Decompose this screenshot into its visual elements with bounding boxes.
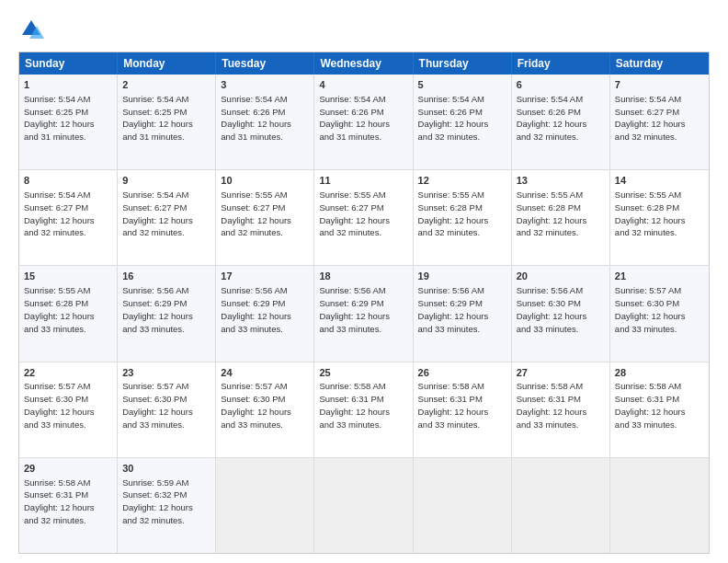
day-number: 10 xyxy=(221,174,309,188)
day-info: Sunrise: 5:58 AMSunset: 6:31 PMDaylight:… xyxy=(24,477,95,525)
day-cell-28: 28 Sunrise: 5:58 AMSunset: 6:31 PMDaylig… xyxy=(610,362,709,457)
day-info: Sunrise: 5:56 AMSunset: 6:29 PMDaylight:… xyxy=(221,285,291,333)
day-number: 23 xyxy=(122,366,210,380)
day-info: Sunrise: 5:59 AMSunset: 6:32 PMDaylight:… xyxy=(122,477,193,525)
day-info: Sunrise: 5:55 AMSunset: 6:27 PMDaylight:… xyxy=(221,190,291,237)
day-info: Sunrise: 5:54 AMSunset: 6:26 PMDaylight:… xyxy=(418,94,489,142)
day-info: Sunrise: 5:58 AMSunset: 6:31 PMDaylight:… xyxy=(418,381,489,429)
calendar-row-2: 8 Sunrise: 5:54 AMSunset: 6:27 PMDayligh… xyxy=(19,169,709,265)
calendar-row-3: 15 Sunrise: 5:55 AMSunset: 6:28 PMDaylig… xyxy=(19,265,709,361)
day-cell-21: 21 Sunrise: 5:57 AMSunset: 6:30 PMDaylig… xyxy=(610,266,709,361)
header-cell-tuesday: Tuesday xyxy=(216,52,314,75)
day-cell-22: 22 Sunrise: 5:57 AMSunset: 6:30 PMDaylig… xyxy=(19,362,118,457)
day-info: Sunrise: 5:57 AMSunset: 6:30 PMDaylight:… xyxy=(221,381,291,429)
day-number: 9 xyxy=(122,174,210,188)
day-number: 14 xyxy=(615,174,704,188)
calendar: SundayMondayTuesdayWednesdayThursdayFrid… xyxy=(18,52,710,554)
day-info: Sunrise: 5:54 AMSunset: 6:26 PMDaylight:… xyxy=(221,94,291,142)
day-number: 25 xyxy=(319,366,407,380)
day-number: 11 xyxy=(319,174,407,188)
day-cell-1: 1 Sunrise: 5:54 AMSunset: 6:25 PMDayligh… xyxy=(19,75,118,169)
day-info: Sunrise: 5:54 AMSunset: 6:25 PMDaylight:… xyxy=(122,94,193,142)
calendar-header: SundayMondayTuesdayWednesdayThursdayFrid… xyxy=(19,52,709,75)
day-number: 30 xyxy=(122,462,210,476)
logo xyxy=(18,17,48,42)
empty-cell xyxy=(216,458,314,553)
day-info: Sunrise: 5:54 AMSunset: 6:27 PMDaylight:… xyxy=(24,190,95,237)
day-cell-13: 13 Sunrise: 5:55 AMSunset: 6:28 PMDaylig… xyxy=(512,170,610,265)
day-cell-24: 24 Sunrise: 5:57 AMSunset: 6:30 PMDaylig… xyxy=(216,362,314,457)
day-info: Sunrise: 5:55 AMSunset: 6:28 PMDaylight:… xyxy=(418,190,489,237)
day-cell-6: 6 Sunrise: 5:54 AMSunset: 6:26 PMDayligh… xyxy=(512,75,610,169)
day-info: Sunrise: 5:55 AMSunset: 6:28 PMDaylight:… xyxy=(615,190,686,237)
day-info: Sunrise: 5:55 AMSunset: 6:27 PMDaylight:… xyxy=(319,190,390,237)
day-info: Sunrise: 5:56 AMSunset: 6:30 PMDaylight:… xyxy=(517,285,587,333)
day-cell-3: 3 Sunrise: 5:54 AMSunset: 6:26 PMDayligh… xyxy=(216,75,314,169)
day-number: 2 xyxy=(122,78,210,92)
empty-cell xyxy=(512,458,610,553)
day-number: 1 xyxy=(24,78,112,92)
page: SundayMondayTuesdayWednesdayThursdayFrid… xyxy=(0,0,728,563)
day-cell-26: 26 Sunrise: 5:58 AMSunset: 6:31 PMDaylig… xyxy=(414,362,512,457)
day-number: 13 xyxy=(517,174,605,188)
day-number: 15 xyxy=(24,270,112,283)
header-cell-thursday: Thursday xyxy=(414,52,512,75)
calendar-row-1: 1 Sunrise: 5:54 AMSunset: 6:25 PMDayligh… xyxy=(19,75,709,169)
header-cell-saturday: Saturday xyxy=(610,52,709,75)
day-cell-27: 27 Sunrise: 5:58 AMSunset: 6:31 PMDaylig… xyxy=(512,362,610,457)
day-cell-15: 15 Sunrise: 5:55 AMSunset: 6:28 PMDaylig… xyxy=(19,266,118,361)
day-info: Sunrise: 5:54 AMSunset: 6:26 PMDaylight:… xyxy=(319,94,390,142)
day-cell-20: 20 Sunrise: 5:56 AMSunset: 6:30 PMDaylig… xyxy=(512,266,610,361)
logo-icon xyxy=(18,17,44,42)
empty-cell xyxy=(414,458,512,553)
header-cell-sunday: Sunday xyxy=(19,52,118,75)
calendar-body: 1 Sunrise: 5:54 AMSunset: 6:25 PMDayligh… xyxy=(19,75,709,553)
calendar-row-5: 29 Sunrise: 5:58 AMSunset: 6:31 PMDaylig… xyxy=(19,457,709,553)
day-number: 22 xyxy=(24,366,112,380)
day-cell-29: 29 Sunrise: 5:58 AMSunset: 6:31 PMDaylig… xyxy=(19,458,118,553)
day-number: 3 xyxy=(221,78,309,92)
day-cell-12: 12 Sunrise: 5:55 AMSunset: 6:28 PMDaylig… xyxy=(414,170,512,265)
day-cell-23: 23 Sunrise: 5:57 AMSunset: 6:30 PMDaylig… xyxy=(118,362,216,457)
day-info: Sunrise: 5:57 AMSunset: 6:30 PMDaylight:… xyxy=(122,381,193,429)
day-number: 6 xyxy=(517,78,605,92)
day-info: Sunrise: 5:57 AMSunset: 6:30 PMDaylight:… xyxy=(24,381,95,429)
day-cell-16: 16 Sunrise: 5:56 AMSunset: 6:29 PMDaylig… xyxy=(118,266,216,361)
day-cell-2: 2 Sunrise: 5:54 AMSunset: 6:25 PMDayligh… xyxy=(118,75,216,169)
empty-cell xyxy=(314,458,413,553)
header-cell-wednesday: Wednesday xyxy=(314,52,413,75)
day-number: 29 xyxy=(24,462,112,476)
calendar-row-4: 22 Sunrise: 5:57 AMSunset: 6:30 PMDaylig… xyxy=(19,362,709,457)
day-number: 19 xyxy=(418,270,506,283)
day-cell-7: 7 Sunrise: 5:54 AMSunset: 6:27 PMDayligh… xyxy=(610,75,709,169)
day-cell-25: 25 Sunrise: 5:58 AMSunset: 6:31 PMDaylig… xyxy=(314,362,413,457)
day-number: 16 xyxy=(122,270,210,283)
day-number: 17 xyxy=(221,270,309,283)
day-info: Sunrise: 5:54 AMSunset: 6:27 PMDaylight:… xyxy=(122,190,193,237)
empty-cell xyxy=(610,458,709,553)
day-number: 7 xyxy=(615,78,704,92)
day-number: 26 xyxy=(418,366,506,380)
day-info: Sunrise: 5:58 AMSunset: 6:31 PMDaylight:… xyxy=(517,381,587,429)
day-number: 18 xyxy=(319,270,407,283)
day-info: Sunrise: 5:58 AMSunset: 6:31 PMDaylight:… xyxy=(319,381,390,429)
day-cell-18: 18 Sunrise: 5:56 AMSunset: 6:29 PMDaylig… xyxy=(314,266,413,361)
day-cell-10: 10 Sunrise: 5:55 AMSunset: 6:27 PMDaylig… xyxy=(216,170,314,265)
day-number: 5 xyxy=(418,78,506,92)
day-info: Sunrise: 5:56 AMSunset: 6:29 PMDaylight:… xyxy=(418,285,489,333)
day-info: Sunrise: 5:56 AMSunset: 6:29 PMDaylight:… xyxy=(319,285,390,333)
day-info: Sunrise: 5:55 AMSunset: 6:28 PMDaylight:… xyxy=(517,190,587,237)
header-cell-monday: Monday xyxy=(118,52,216,75)
day-cell-30: 30 Sunrise: 5:59 AMSunset: 6:32 PMDaylig… xyxy=(118,458,216,553)
day-cell-14: 14 Sunrise: 5:55 AMSunset: 6:28 PMDaylig… xyxy=(610,170,709,265)
day-info: Sunrise: 5:57 AMSunset: 6:30 PMDaylight:… xyxy=(615,285,686,333)
day-cell-4: 4 Sunrise: 5:54 AMSunset: 6:26 PMDayligh… xyxy=(314,75,413,169)
day-info: Sunrise: 5:54 AMSunset: 6:25 PMDaylight:… xyxy=(24,94,95,142)
day-info: Sunrise: 5:55 AMSunset: 6:28 PMDaylight:… xyxy=(24,285,95,333)
day-info: Sunrise: 5:54 AMSunset: 6:26 PMDaylight:… xyxy=(517,94,587,142)
day-number: 12 xyxy=(418,174,506,188)
top-bar xyxy=(18,17,710,42)
day-cell-5: 5 Sunrise: 5:54 AMSunset: 6:26 PMDayligh… xyxy=(414,75,512,169)
day-info: Sunrise: 5:58 AMSunset: 6:31 PMDaylight:… xyxy=(615,381,686,429)
day-info: Sunrise: 5:56 AMSunset: 6:29 PMDaylight:… xyxy=(122,285,193,333)
